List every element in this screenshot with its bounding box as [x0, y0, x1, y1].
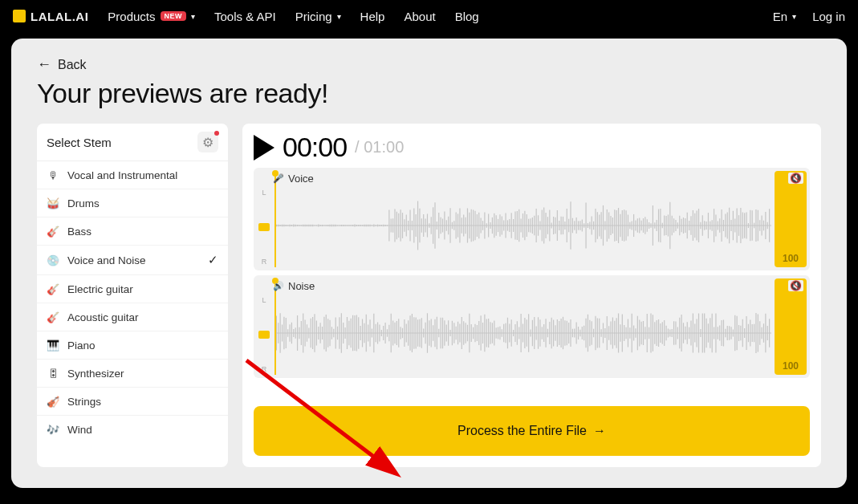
waveform[interactable]	[274, 185, 771, 266]
stem-item-strings[interactable]: 🎻Strings	[37, 388, 228, 416]
playhead[interactable]	[274, 278, 276, 375]
stem-icon: 💿	[47, 254, 59, 266]
waveform[interactable]	[274, 293, 771, 373]
player-area: 00:00 / 01:00 🎤VoiceLR🔇100🔊NoiseLR🔇100 P…	[242, 124, 821, 467]
track-label: 🔊Noise	[273, 280, 315, 292]
stem-label: Electric guitar	[67, 283, 133, 295]
chevron-down-icon: ▾	[792, 12, 796, 21]
main-panel: ← Back Your previews are ready! Select S…	[11, 39, 847, 488]
chevron-down-icon: ▾	[191, 12, 195, 21]
top-nav: LALAL.AI Products NEW ▾ Tools & API Pric…	[0, 0, 858, 32]
stem-label: Drums	[67, 197, 100, 209]
volume-value: 100	[783, 360, 799, 372]
stem-item-vocal-and-instrumental[interactable]: 🎙Vocal and Instrumental	[37, 161, 228, 189]
nav-help[interactable]: Help	[360, 10, 385, 23]
sidebar-title: Select Stem	[47, 136, 112, 149]
logo-icon	[13, 10, 26, 22]
gear-icon[interactable]: ⚙	[197, 132, 218, 152]
process-entire-file-button[interactable]: Process the Entire File →	[254, 406, 810, 456]
volume-slider[interactable]: 100	[775, 278, 807, 375]
track-label: 🎤Voice	[273, 173, 314, 185]
playhead[interactable]	[274, 171, 276, 267]
nav-login[interactable]: Log in	[812, 10, 845, 23]
stem-icon: 🎸	[47, 225, 59, 238]
track-icon: 🔊	[273, 281, 284, 291]
stem-item-bass[interactable]: 🎸Bass	[37, 217, 228, 246]
time-current: 00:00	[283, 132, 347, 163]
stem-icon: 🎹	[47, 339, 59, 352]
stem-label: Synthesizer	[67, 368, 124, 380]
new-badge: NEW	[161, 11, 187, 21]
stem-icon: 🎙	[47, 169, 59, 181]
volume-slider[interactable]: 100	[775, 171, 807, 267]
nav-products[interactable]: Products NEW ▾	[108, 10, 195, 23]
stem-icon: 🎸	[47, 311, 59, 323]
page-title: Your previews are ready!	[37, 78, 821, 109]
stem-item-acoustic-guitar[interactable]: 🎸Acoustic guitar	[37, 303, 228, 331]
stem-label: Piano	[67, 339, 96, 352]
stem-icon: 🎸	[47, 282, 59, 295]
check-icon: ✓	[208, 253, 218, 267]
nav-blog[interactable]: Blog	[455, 10, 479, 23]
stem-item-synthesizer[interactable]: 🎛Synthesizer	[37, 360, 228, 388]
process-label: Process the Entire File	[457, 424, 587, 438]
volume-value: 100	[783, 253, 799, 264]
stem-sidebar: Select Stem ⚙ 🎙Vocal and Instrumental🥁Dr…	[37, 124, 228, 467]
chevron-down-icon: ▾	[337, 12, 341, 21]
arrow-left-icon: ←	[37, 56, 51, 73]
channel-indicator: LR	[258, 296, 270, 373]
mute-icon[interactable]: 🔇	[788, 173, 803, 184]
mute-icon[interactable]: 🔇	[788, 280, 803, 291]
stem-icon: 🎶	[47, 423, 59, 436]
track-noise: 🔊NoiseLR🔇100	[254, 275, 810, 378]
stem-item-drums[interactable]: 🥁Drums	[37, 189, 228, 217]
stem-item-electric-guitar[interactable]: 🎸Electric guitar	[37, 275, 228, 303]
stem-item-piano[interactable]: 🎹Piano	[37, 331, 228, 360]
nav-about[interactable]: About	[404, 10, 435, 23]
stem-item-wind[interactable]: 🎶Wind	[37, 416, 228, 443]
sidebar-header: Select Stem ⚙	[37, 124, 228, 161]
stem-label: Bass	[67, 226, 91, 238]
stem-label: Vocal and Instrumental	[67, 169, 177, 181]
stem-item-voice-and-noise[interactable]: 💿Voice and Noise✓	[37, 246, 228, 275]
back-label: Back	[58, 58, 87, 72]
stem-label: Strings	[67, 396, 101, 408]
stem-icon: 🥁	[47, 197, 59, 209]
nav-pricing[interactable]: Pricing▾	[295, 10, 341, 23]
nav-language[interactable]: En▾	[773, 10, 796, 23]
stem-label: Acoustic guitar	[67, 311, 139, 323]
logo-text: LALAL.AI	[30, 10, 88, 23]
stem-label: Wind	[67, 424, 92, 436]
player-header: 00:00 / 01:00	[254, 132, 810, 163]
arrow-right-icon: →	[593, 424, 606, 438]
time-total: / 01:00	[355, 138, 404, 156]
stem-icon: 🎛	[47, 367, 59, 380]
track-voice: 🎤VoiceLR🔇100	[254, 168, 810, 270]
nav-tools-api[interactable]: Tools & API	[214, 10, 276, 23]
channel-indicator: LR	[258, 189, 270, 266]
logo[interactable]: LALAL.AI	[13, 10, 88, 23]
back-button[interactable]: ← Back	[37, 56, 821, 73]
stem-list: 🎙Vocal and Instrumental🥁Drums🎸Bass💿Voice…	[37, 161, 228, 443]
stem-icon: 🎻	[47, 395, 59, 408]
stem-label: Voice and Noise	[67, 254, 146, 266]
track-icon: 🎤	[273, 173, 284, 184]
play-button[interactable]	[254, 135, 274, 161]
